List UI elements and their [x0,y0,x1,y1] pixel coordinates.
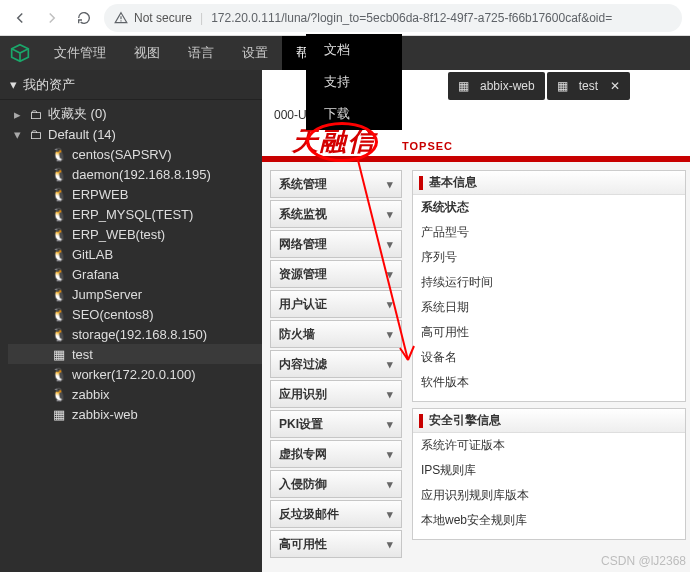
linux-icon: 🐧 [52,287,66,302]
windows-icon: ▦ [52,407,66,422]
linux-icon: 🐧 [52,387,66,402]
acc-item[interactable]: 应用识别▾ [270,380,402,408]
tree-host[interactable]: 🐧storage(192.168.8.150) [8,324,262,344]
nav-forward[interactable] [40,6,64,30]
tree-host[interactable]: 🐧SEO(centos8) [8,304,262,324]
chevron-down-icon: ▾ [387,508,393,521]
chevron-down-icon: ▾ [387,298,393,311]
acc-item[interactable]: 系统管理▾ [270,170,402,198]
info-row: 软件版本 [413,370,685,395]
tree-label: Default (14) [48,127,116,142]
chevron-down-icon: ▾ [387,358,393,371]
acc-item[interactable]: 高可用性▾ [270,530,402,558]
not-secure-text: Not secure [134,11,192,25]
acc-item[interactable]: 网络管理▾ [270,230,402,258]
linux-icon: 🐧 [52,147,66,162]
caret-right-icon: ▸ [12,107,22,122]
chevron-down-icon: ▾ [387,448,393,461]
info-engine: 安全引擎信息 系统许可证版本 IPS规则库 应用识别规则库版本 本地web安全规… [412,408,686,540]
dd-docs[interactable]: 文档 [306,34,402,66]
help-dropdown: 文档 支持 下载 [306,34,402,130]
tree-host[interactable]: 🐧JumpServer [8,284,262,304]
dd-download[interactable]: 下载 [306,98,402,130]
tree-host[interactable]: 🐧GitLAB [8,244,262,264]
chevron-down-icon: ▾ [387,328,393,341]
chevron-down-icon: ▾ [387,208,393,221]
folder-icon: 🗀 [28,107,42,122]
nav-back[interactable] [8,6,32,30]
info-row: IPS规则库 [413,458,685,483]
not-secure-badge: Not secure [114,11,192,25]
folder-icon: 🗀 [28,127,42,142]
info-row: 系统状态 [413,195,685,220]
linux-icon: 🐧 [52,247,66,262]
linux-icon: 🐧 [52,307,66,322]
caret-down-icon: ▾ [12,127,22,142]
acc-item[interactable]: 防火墙▾ [270,320,402,348]
acc-item[interactable]: 内容过滤▾ [270,350,402,378]
linux-icon: 🐧 [52,367,66,382]
acc-item[interactable]: 入侵防御▾ [270,470,402,498]
linux-icon: 🐧 [52,327,66,342]
info-row: 高可用性 [413,320,685,345]
linux-icon: 🐧 [52,207,66,222]
session-tab[interactable]: ▦ test ✕ [547,72,630,100]
tree-host[interactable]: 🐧daemon(192.168.8.195) [8,164,262,184]
tree-default[interactable]: ▾ 🗀 Default (14) [8,124,262,144]
menu-file[interactable]: 文件管理 [40,36,120,70]
info-row: 本地web安全规则库 [413,508,685,533]
close-icon[interactable]: ✕ [610,79,620,93]
acc-item[interactable]: 用户认证▾ [270,290,402,318]
web-icon: ▦ [557,79,571,93]
assets-header[interactable]: ▾ 我的资产 [0,70,262,100]
app-logo [0,43,40,63]
menu-view[interactable]: 视图 [120,36,174,70]
tree-label: 收藏夹 (0) [48,105,107,123]
tree-host[interactable]: 🐧centos(SAPSRV) [8,144,262,164]
info-row: 系统日期 [413,295,685,320]
chevron-down-icon: ▾ [387,238,393,251]
tree-host[interactable]: ▦zabbix-web [8,404,262,424]
web-icon: ▦ [458,79,472,93]
nav-reload[interactable] [72,6,96,30]
info-row: 系统许可证版本 [413,433,685,458]
info-row: 设备名 [413,345,685,370]
acc-item[interactable]: 虚拟专网▾ [270,440,402,468]
tree-host[interactable]: 🐧Grafana [8,264,262,284]
svg-rect-1 [120,20,121,21]
dd-support[interactable]: 支持 [306,66,402,98]
tree-host[interactable]: 🐧ERP_WEB(test) [8,224,262,244]
chevron-down-icon: ▾ [387,478,393,491]
acc-item[interactable]: PKI设置▾ [270,410,402,438]
acc-item[interactable]: 反垃圾邮件▾ [270,500,402,528]
chevron-down-icon: ▾ [387,178,393,191]
url-text: 172.20.0.111/luna/?login_to=5ecb06da-8f1… [211,11,612,25]
tree-host[interactable]: 🐧ERPWEB [8,184,262,204]
left-accordion: 系统管理▾ 系统监视▾ 网络管理▾ 资源管理▾ 用户认证▾ 防火墙▾ 内容过滤▾… [262,162,410,572]
linux-icon: 🐧 [52,187,66,202]
acc-item[interactable]: 资源管理▾ [270,260,402,288]
tree-favorites[interactable]: ▸ 🗀 收藏夹 (0) [8,104,262,124]
svg-rect-0 [120,16,121,19]
chevron-down-icon: ▾ [10,77,17,92]
menu-lang[interactable]: 语言 [174,36,228,70]
chevron-down-icon: ▾ [387,388,393,401]
session-tab[interactable]: ▦ abbix-web [448,72,545,100]
linux-icon: 🐧 [52,267,66,282]
chevron-down-icon: ▾ [387,268,393,281]
assets-title: 我的资产 [23,76,75,94]
tree-host[interactable]: 🐧zabbix [8,384,262,404]
acc-item[interactable]: 系统监视▾ [270,200,402,228]
info-row: 持续运行时间 [413,270,685,295]
windows-icon: ▦ [52,347,66,362]
tree-host[interactable]: 🐧ERP_MYSQL(TEST) [8,204,262,224]
linux-icon: 🐧 [52,227,66,242]
tree-host[interactable]: 🐧worker(172.20.0.100) [8,364,262,384]
menu-settings[interactable]: 设置 [228,36,282,70]
address-bar[interactable]: Not secure | 172.20.0.111/luna/?login_to… [104,4,682,32]
info-row: 应用识别规则库版本 [413,483,685,508]
watermark: CSDN @lJ2368 [601,554,686,568]
chevron-down-icon: ▾ [387,418,393,431]
tree-host[interactable]: ▦test [8,344,262,364]
info-row: 产品型号 [413,220,685,245]
